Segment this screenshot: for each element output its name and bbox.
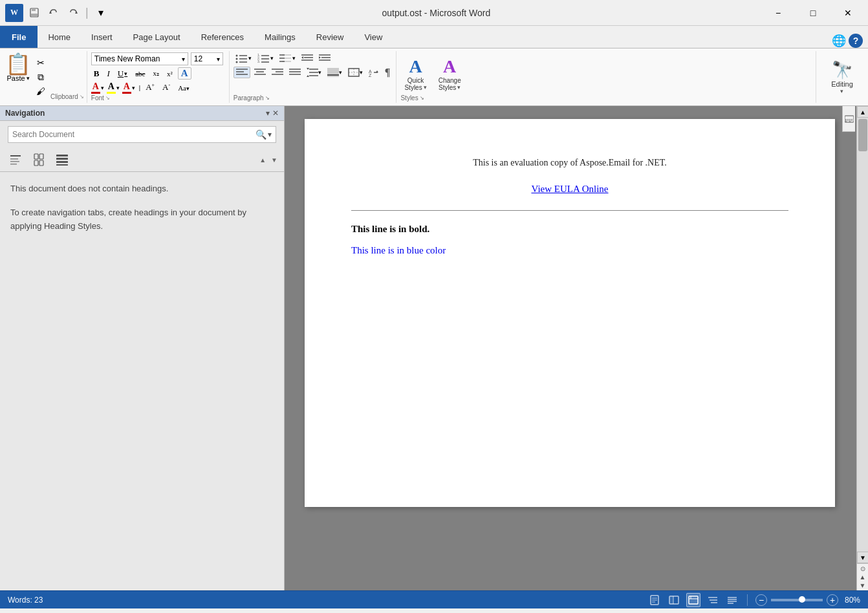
font-group-footer: Font ↘ [91,94,225,102]
strikethrough-button[interactable]: abc [133,69,147,78]
editing-button[interactable]: 🔭 Editing ▾ [826,58,858,97]
decrease-indent-button[interactable] [299,53,315,63]
italic-button[interactable]: I [104,68,112,80]
numbered-list-button[interactable]: 1.2.3. ▾ [255,52,276,64]
help-cloud-icon[interactable]: 🌐 [832,34,846,48]
svg-point-5 [235,55,237,57]
scroll-extra-controls: ⊙ ▲ ▼ [857,563,868,590]
draft-view-button[interactable] [725,593,739,607]
eula-link[interactable]: View EULA Online [351,184,788,195]
para-row2: ▾ ▾ ▾ AZ ¶ [233,66,393,79]
scroll-up-button[interactable]: ▲ [857,106,868,118]
ruler-toggle-button[interactable] [842,106,855,132]
nav-close-button[interactable]: ✕ [272,109,279,118]
shrink-font-button[interactable]: A- [160,81,173,93]
font-name-select[interactable]: Times New Roman ▾ [91,52,188,65]
tab-home[interactable]: Home [38,26,81,48]
bold-button[interactable]: B [91,68,102,80]
multilevel-list-button[interactable]: ▾ [277,52,298,64]
svg-marker-56 [376,70,378,72]
main-area: Navigation ▾ ✕ 🔍 ▾ [0,106,868,590]
nav-dropdown-button[interactable]: ▾ [266,109,270,118]
tab-page-layout[interactable]: Page Layout [123,26,191,48]
increase-indent-button[interactable] [317,53,332,63]
scroll-track [857,118,868,552]
close-button[interactable]: ✕ [833,3,863,23]
word-icon: W [5,4,23,22]
zoom-slider[interactable] [771,599,823,601]
tab-file[interactable]: File [0,26,38,48]
justify-button[interactable] [287,67,303,78]
svg-rect-58 [10,158,18,160]
redo-button[interactable] [65,5,81,21]
align-right-button[interactable] [270,67,285,78]
show-paragraph-button[interactable]: ¶ [383,66,393,79]
web-layout-button[interactable] [686,593,700,607]
format-painter-button[interactable]: 🖌 [34,85,48,98]
scrollbar-vertical[interactable]: ▲ ▼ ⊙ ▲ ▼ [856,106,868,590]
subscript-button[interactable]: x₂ [150,69,162,78]
zoom-slider-thumb[interactable] [799,596,805,603]
save-quick-button[interactable] [26,5,43,21]
minimize-button[interactable]: − [763,3,793,23]
font-expand[interactable]: ↘ [105,95,110,101]
tab-view[interactable]: View [354,26,393,48]
borders-button[interactable]: ▾ [346,67,365,78]
tab-references[interactable]: References [191,26,254,48]
change-case-button[interactable]: Aa▾ [175,83,192,92]
paragraph-expand[interactable]: ↘ [265,95,270,101]
tab-insert[interactable]: Insert [81,26,123,48]
nav-search-wrapper: 🔍 ▾ [0,121,284,148]
nav-content: This document does not contain headings.… [0,172,284,590]
search-dropdown[interactable]: ▾ [268,130,272,139]
grow-font-button[interactable]: A+ [143,81,157,93]
quick-styles-button[interactable]: A Quick Styles ▾ [400,55,430,92]
nav-tab-pages[interactable] [28,151,49,169]
editing-icon: 🔭 [832,60,852,80]
help-icon[interactable]: ? [849,34,863,48]
nav-next-button[interactable]: ▼ [270,155,279,165]
highlight-color-button[interactable]: A ▾ [107,81,120,94]
cut-button[interactable]: ✂ [34,56,48,69]
nav-prev-button[interactable]: ▲ [258,155,267,165]
maximize-button[interactable]: □ [798,3,828,23]
nav-search-box[interactable]: 🔍 ▾ [8,126,276,143]
search-icon[interactable]: 🔍 [255,129,266,140]
paste-button[interactable]: 📋 Paste ▾ [3,52,34,102]
prev-page-button[interactable]: ▲ [860,574,866,581]
tab-mailings[interactable]: Mailings [254,26,306,48]
bullet-list-button[interactable]: ▾ [233,52,254,64]
tab-review[interactable]: Review [306,26,354,48]
change-styles-button[interactable]: A Change Styles ▾ [435,55,465,92]
line-spacing-button[interactable]: ▾ [305,67,323,78]
nav-tab-headings[interactable] [5,151,26,169]
sort-button[interactable]: AZ [367,67,381,78]
next-page-button[interactable]: ▼ [860,582,866,589]
scroll-down-button[interactable]: ▼ [857,552,868,563]
nav-tab-results[interactable] [52,151,72,169]
zoom-in-button[interactable]: + [827,594,838,606]
font-color-button[interactable]: A ▾ [91,81,104,94]
window-title: output.ost - Microsoft Word [109,8,763,18]
font-size-select[interactable]: 12 ▾ [191,52,223,65]
underline-button[interactable]: U ▾ [115,68,130,80]
outline-view-button[interactable] [706,593,720,607]
styles-expand[interactable]: ↘ [420,95,424,101]
navigation-panel: Navigation ▾ ✕ 🔍 ▾ [0,106,285,590]
align-center-button[interactable] [252,67,268,78]
shading-button[interactable]: ▾ [325,67,344,78]
scroll-select-button[interactable]: ⊙ [860,565,865,572]
full-reading-button[interactable] [667,593,681,607]
copy-button[interactable]: ⧉ [34,70,48,83]
clipboard-expand[interactable]: ↘ [80,94,84,100]
scroll-thumb[interactable] [858,119,867,151]
clear-format-button[interactable]: A [178,67,191,80]
undo-button[interactable] [45,5,62,21]
search-input[interactable] [12,130,255,139]
zoom-out-button[interactable]: − [755,594,767,606]
superscript-button[interactable]: x² [164,69,175,78]
quick-access-dropdown[interactable]: ▾ [92,5,109,21]
print-layout-button[interactable] [647,593,662,607]
align-left-button[interactable] [233,67,250,78]
text-color-button[interactable]: A ▾ [122,81,135,94]
